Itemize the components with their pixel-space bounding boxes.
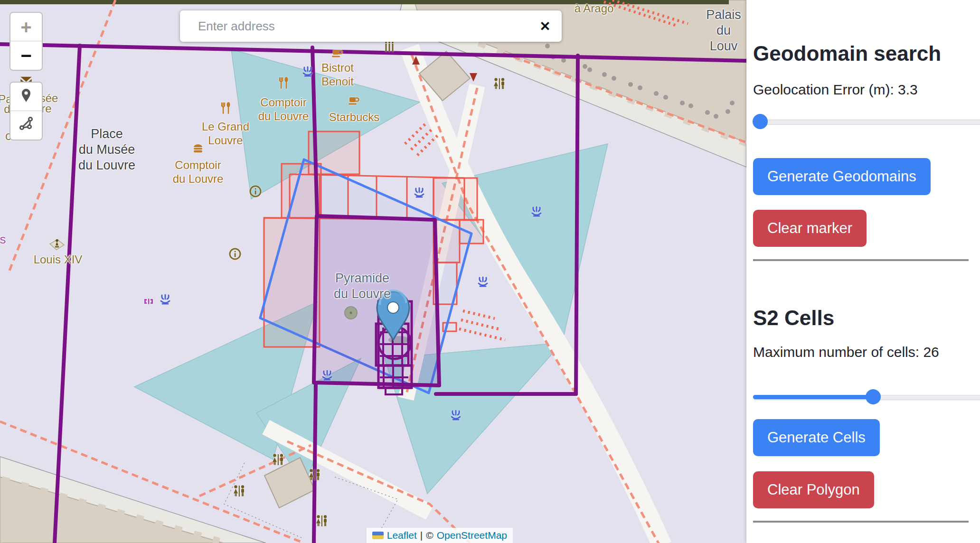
copyright-symbol: ©: [426, 530, 433, 541]
geolocation-error-label: Geolocation Error (m): 3.3: [753, 82, 969, 98]
leaflet-link[interactable]: Leaflet: [387, 530, 417, 541]
zoom-control-group: + −: [9, 12, 43, 71]
max-cells-slider[interactable]: [753, 389, 980, 404]
search-clear-button[interactable]: ✕: [528, 10, 562, 42]
generate-geodomains-button[interactable]: Generate Geodomains: [753, 158, 931, 195]
address-search-input[interactable]: [197, 19, 528, 34]
map-canvas[interactable]: Place du Musée du LouvreLe Grand LouvreC…: [0, 0, 746, 543]
slider-thumb[interactable]: [866, 389, 881, 404]
section-divider: [753, 259, 969, 261]
generate-cells-button[interactable]: Generate Cells: [753, 419, 880, 456]
s2-cells-section-title: S2 Cells: [753, 306, 969, 330]
polygon-draw-icon: [18, 111, 35, 140]
clear-marker-button[interactable]: Clear marker: [753, 210, 867, 247]
attribution-separator: |: [420, 530, 423, 541]
address-search-bar: ✕: [180, 10, 562, 42]
geolocation-error-slider[interactable]: [753, 114, 980, 129]
draw-control-group: [9, 82, 43, 140]
slider-thumb[interactable]: [753, 114, 768, 129]
ukraine-flag-icon: [372, 532, 384, 539]
slider-fill: [753, 395, 873, 399]
draw-polygon-button[interactable]: [10, 111, 42, 140]
clear-polygon-button[interactable]: Clear Polygon: [753, 471, 874, 508]
map-base-layer: [0, 0, 746, 543]
marker-pin-icon: [18, 83, 34, 111]
geodomain-section-title: Geodomain search: [753, 42, 969, 66]
geodomain-app: Place du Musée du LouvreLe Grand LouvreC…: [0, 0, 980, 543]
control-sidebar: Geodomain search Geolocation Error (m): …: [746, 0, 980, 543]
map-attribution: Leaflet | © OpenStreetMap: [367, 528, 513, 543]
zoom-out-button[interactable]: −: [10, 41, 42, 70]
section-divider: [753, 521, 969, 523]
max-cells-label: Maximum number of cells: 26: [753, 344, 969, 360]
place-marker-button[interactable]: [10, 83, 42, 111]
slider-track: [753, 120, 980, 125]
zoom-in-button[interactable]: +: [10, 13, 42, 41]
openstreetmap-link[interactable]: OpenStreetMap: [437, 530, 507, 541]
